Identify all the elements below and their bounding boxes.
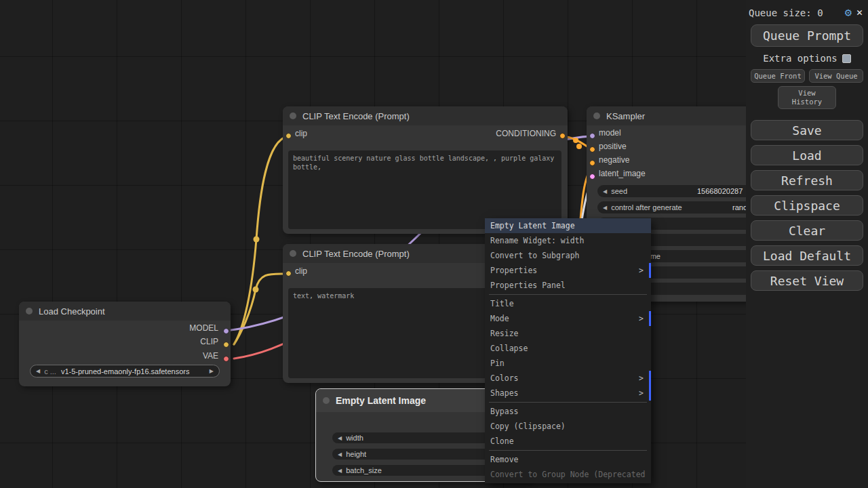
node-title: CLIP Text Encode (Prompt)	[302, 111, 410, 121]
context-menu-item-mode[interactable]: Mode>	[485, 311, 651, 326]
decrement-arrow-icon[interactable]: ◀	[338, 435, 342, 441]
latent-image-input-label: latent_image	[599, 169, 646, 178]
context-menu-item-resize[interactable]: Resize	[485, 326, 651, 341]
link-midpoint-dot	[573, 138, 578, 143]
decrement-arrow-icon[interactable]: ◀	[603, 188, 607, 195]
context-menu-item-bypass[interactable]: Bypass	[485, 404, 651, 419]
node-title: Load Checkpoint	[39, 306, 105, 317]
link-midpoint-dot	[253, 287, 259, 293]
context-menu-item-convert-to-subgraph[interactable]: Convert to Subgraph	[485, 248, 651, 263]
sidebar-refresh-button[interactable]: Refresh	[751, 170, 863, 190]
collapse-dot-icon[interactable]	[593, 113, 600, 119]
view-queue-button[interactable]: View Queue	[809, 69, 863, 83]
clip-output-port[interactable]	[223, 342, 229, 348]
conditioning-output-port[interactable]	[559, 133, 566, 139]
conditioning-output-label: CONDITIONING	[496, 129, 556, 138]
sidebar-reset-view-button[interactable]: Reset View	[751, 270, 863, 291]
collapse-dot-icon[interactable]	[290, 113, 296, 119]
context-menu-item-title[interactable]: Title	[485, 296, 651, 311]
widget-name: seed	[611, 187, 627, 195]
clip-input-port[interactable]	[285, 133, 292, 139]
node-load-checkpoint[interactable]: Load Checkpoint MODEL CLIP VAE ◀ c ... v…	[19, 302, 231, 386]
widget-name: height	[346, 450, 366, 458]
widget-name: batch_size	[346, 466, 382, 474]
context-menu-item-collapse[interactable]: Collapse	[485, 341, 651, 356]
queue-prompt-button[interactable]: Queue Prompt	[751, 24, 863, 47]
sidebar-clear-button[interactable]: Clear	[751, 220, 863, 241]
clip-input-label: clip	[295, 266, 307, 276]
model-input-port[interactable]	[589, 133, 595, 139]
close-icon[interactable]: ✕	[856, 7, 863, 18]
extra-options-checkbox[interactable]	[842, 54, 851, 63]
submenu-arrow-icon: >	[639, 386, 644, 401]
submenu-arrow-icon: >	[639, 371, 644, 386]
context-menu-separator	[489, 402, 647, 403]
collapse-dot-icon[interactable]	[323, 397, 330, 404]
decrement-arrow-icon[interactable]: ◀	[338, 451, 342, 458]
queue-front-button[interactable]: Queue Front	[751, 69, 805, 83]
sidebar-clipspace-button[interactable]: Clipspace	[751, 195, 863, 216]
decrement-arrow-icon[interactable]: ◀	[338, 468, 342, 474]
link-midpoint-dot	[576, 144, 582, 149]
ckpt-name-combo-widget[interactable]: ◀ c ... v1-5-pruned-emaonly-fp16.safeten…	[30, 365, 220, 378]
context-menu-item-properties[interactable]: Properties>	[485, 263, 651, 278]
negative-input-label: negative	[599, 155, 629, 165]
node-title-bar[interactable]: Load Checkpoint	[19, 302, 231, 321]
context-menu-item-shapes[interactable]: Shapes>	[485, 386, 651, 401]
widget-name: c ...	[44, 367, 56, 375]
clip-input-port[interactable]	[285, 270, 292, 277]
context-menu-item-remove[interactable]: Remove	[485, 452, 651, 467]
model-output-port[interactable]	[223, 328, 229, 334]
view-history-button[interactable]: View History	[778, 86, 836, 109]
wire-clip-to-negative-encode	[234, 274, 288, 344]
positive-input-port[interactable]	[589, 146, 595, 152]
node-title-bar[interactable]: CLIP Text Encode (Prompt)	[283, 106, 568, 125]
context-menu-separator	[489, 450, 647, 451]
node-title: CLIP Text Encode (Prompt)	[302, 249, 410, 259]
model-output-label: MODEL	[189, 323, 218, 333]
model-input-label: model	[599, 128, 621, 138]
link-midpoint-dot	[254, 237, 260, 243]
widget-value: v1-5-pruned-emaonly-fp16.safetensors	[61, 367, 193, 375]
decrement-arrow-icon[interactable]: ◀	[603, 205, 607, 211]
context-menu-title: Empty Latent Image	[485, 218, 651, 233]
context-menu-item-clone[interactable]: Clone	[485, 434, 651, 449]
sidebar-load-button[interactable]: Load	[751, 145, 863, 165]
previous-arrow-icon[interactable]: ◀	[36, 368, 40, 374]
context-menu-item-colors[interactable]: Colors>	[485, 371, 651, 386]
queue-size-label: Queue size: 0	[749, 7, 840, 18]
node-title: Empty Latent Image	[336, 395, 426, 406]
node-clip-text-encode-positive[interactable]: CLIP Text Encode (Prompt) clip CONDITION…	[283, 106, 568, 234]
widget-value: 15668020287	[697, 187, 745, 195]
wire-clip-to-positive-encode	[234, 136, 288, 344]
widget-name: width	[346, 434, 363, 442]
node-graph-canvas[interactable]: CLIP Text Encode (Prompt) clip CONDITION…	[0, 0, 868, 488]
context-menu-item-rename-widget-width[interactable]: Rename Widget: width	[485, 233, 651, 248]
context-menu-item-convert-to-group-node-deprecated-: Convert to Group Node (Deprecated)	[485, 467, 651, 482]
settings-gear-icon[interactable]: ⚙	[845, 7, 852, 18]
comfyui-menu-panel: Queue size: 0 ⚙ ✕ Queue Prompt Extra opt…	[746, 0, 868, 488]
context-menu-separator	[489, 294, 647, 295]
context-menu-item-pin[interactable]: Pin	[485, 356, 651, 371]
clip-input-label: clip	[295, 129, 307, 138]
node-title: KSampler	[606, 111, 645, 121]
vae-output-label: VAE	[203, 351, 218, 361]
clip-output-label: CLIP	[200, 337, 218, 346]
collapse-dot-icon[interactable]	[26, 308, 33, 314]
vae-output-port[interactable]	[223, 356, 229, 362]
extra-options-label: Extra options	[763, 53, 837, 64]
negative-input-port[interactable]	[589, 160, 595, 166]
sidebar-load-default-button[interactable]: Load Default	[751, 245, 863, 266]
next-arrow-icon[interactable]: ▶	[210, 368, 214, 374]
sidebar-save-button[interactable]: Save	[751, 120, 863, 140]
submenu-arrow-icon: >	[639, 263, 644, 278]
positive-input-label: positive	[599, 142, 627, 151]
context-menu-item-properties-panel[interactable]: Properties Panel	[485, 278, 651, 293]
context-menu-item-copy-clipspace-[interactable]: Copy (Clipspace)	[485, 419, 651, 434]
node-context-menu: Empty Latent Image Rename Widget: widthC…	[485, 218, 651, 483]
prompt-text-area[interactable]: beautiful scenery nature glass bottle la…	[288, 150, 561, 229]
widget-name: control after generate	[611, 203, 682, 211]
collapse-dot-icon[interactable]	[290, 250, 296, 257]
latent-image-input-port[interactable]	[589, 174, 595, 180]
submenu-arrow-icon: >	[639, 311, 644, 326]
